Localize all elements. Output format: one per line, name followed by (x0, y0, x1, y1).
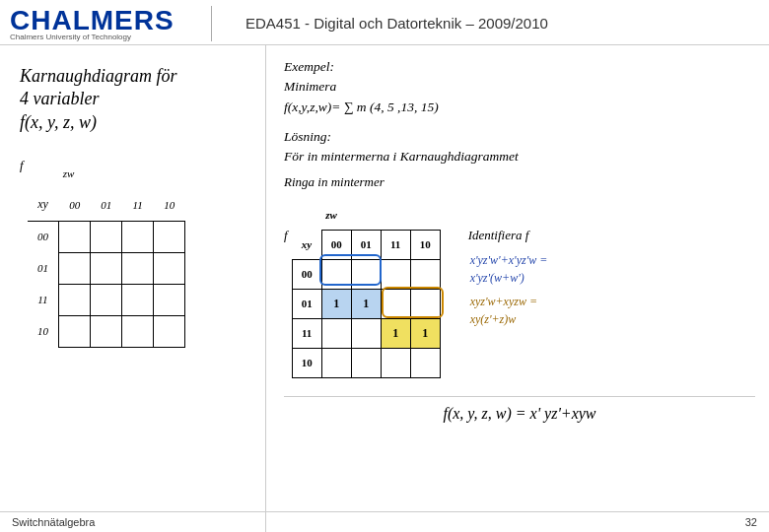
row-header-10: 10 (292, 348, 321, 377)
right-kmap-area: f zw xy (284, 200, 755, 382)
row-header-00: 00 (292, 259, 321, 289)
left-kmap-f-label: f (20, 158, 24, 173)
identifiera-label: Identifiera f (468, 228, 548, 243)
right-kmap-outer: f zw xy (284, 200, 441, 382)
main-content: Karnaughdiagram för 4 variabler f(x, y, … (0, 45, 769, 532)
table-row (154, 315, 185, 347)
header: CHALMERS Chalmers University of Technolo… (0, 0, 769, 45)
right-kmap-xy-label-cell: xy (292, 230, 321, 259)
table-row (351, 318, 381, 348)
right-kmap-table-wrap: zw xy 00 01 11 10 (292, 200, 441, 382)
col-header-10: 10 (410, 230, 440, 259)
left-kmap: f zw xy 00 (20, 158, 255, 348)
right-zw-label: zw (321, 200, 440, 230)
table-row (91, 221, 122, 252)
right-xy-label (292, 200, 321, 230)
table-row: 01 (28, 252, 185, 284)
kmap-col-header-row: xy 00 01 11 10 (28, 189, 185, 221)
table-row (91, 284, 122, 315)
table-row (122, 221, 154, 252)
cell-01-01: 1 (351, 289, 381, 318)
table-row: 01 1 1 (292, 289, 440, 318)
right-kmap-col-headers: xy 00 01 11 10 (292, 230, 440, 259)
left-kmap-table-block: zw xy 00 01 11 10 (28, 158, 186, 348)
table-row (351, 348, 381, 377)
solution-block: Lösning: För in mintermerna i Karnaughdi… (284, 127, 755, 167)
table-row (59, 221, 91, 252)
col-header-11: 11 (381, 230, 410, 259)
table-row: 11 (28, 284, 185, 315)
table-row: 10 (28, 315, 185, 347)
right-panel: Exempel: Minimera f(x,y,z,w)= ∑ m (4, 5 … (266, 45, 769, 532)
zw-label: zw (59, 158, 185, 189)
table-row (122, 315, 154, 347)
ringa-text: Ringa in mintermer (284, 174, 755, 190)
table-row (321, 318, 351, 348)
table-row (410, 348, 440, 377)
table-row (381, 348, 410, 377)
footer: Switchnätalgebra 32 (0, 511, 769, 532)
table-row (122, 252, 154, 284)
table-row (410, 259, 440, 289)
kmap-outer-left: f zw xy 00 (20, 158, 255, 348)
right-kmap-header-row1: zw (292, 200, 440, 230)
identifiera-block: Identifiera f x'yz'w'+x'yz'w = x'yz'(w+w… (462, 228, 548, 328)
right-labels-block: x'yz'w'+x'yz'w = x'yz'(w+w') xyz'w+xyzw … (470, 251, 548, 328)
table-row (59, 284, 91, 315)
header-title: EDA451 - Digital och Datorteknik – 2009/… (245, 15, 548, 32)
right-kmap-block: f zw xy (284, 200, 441, 382)
right-kmap-table: zw xy 00 01 11 10 (292, 200, 441, 378)
cell-11-11: 1 (381, 318, 410, 348)
karnaugh-title: Karnaughdiagram för 4 variabler f(x, y, … (20, 65, 255, 134)
table-row (154, 284, 185, 315)
table-row (381, 289, 410, 318)
footer-right: 32 (745, 516, 757, 528)
chalmers-subtitle: Chalmers University of Technology (10, 33, 197, 41)
table-row: 10 (292, 348, 440, 377)
table-row: 00 (28, 221, 185, 252)
kmap-wrapper: zw xy 00 01 11 10 (292, 200, 441, 378)
table-row (351, 259, 381, 289)
table-row (321, 259, 351, 289)
example-block: Exempel: Minimera f(x,y,z,w)= ∑ m (4, 5 … (284, 57, 755, 117)
col-header-01: 01 (351, 230, 381, 259)
left-panel: Karnaughdiagram för 4 variabler f(x, y, … (0, 45, 266, 532)
table-row (59, 252, 91, 284)
cell-11-10: 1 (410, 318, 440, 348)
blue-label-line1: x'yz'w'+x'yz'w = (470, 251, 548, 269)
table-row: 00 (292, 259, 440, 289)
row-header-11: 11 (292, 318, 321, 348)
table-row (154, 252, 185, 284)
final-answer: f(x, y, z, w) = x' yz'+xyw (284, 396, 755, 423)
blue-label-line2: x'yz'(w+w') (470, 269, 548, 287)
table-row (59, 315, 91, 347)
row-header-01: 01 (292, 289, 321, 318)
table-row (321, 348, 351, 377)
col-header-00: 00 (321, 230, 351, 259)
table-row: 11 1 1 (292, 318, 440, 348)
table-row (91, 315, 122, 347)
xy-label-cell: xy (28, 189, 59, 221)
cell-01-00: 1 (321, 289, 351, 318)
table-row (154, 221, 185, 252)
header-divider (211, 6, 212, 41)
kmap-header-row: zw (28, 158, 185, 189)
table-row (91, 252, 122, 284)
table-row (122, 284, 154, 315)
table-row (381, 259, 410, 289)
yellow-label-line2: xy(z'+z)w (470, 310, 548, 328)
table-row (410, 289, 440, 318)
footer-left: Switchnätalgebra (12, 516, 95, 528)
left-kmap-table: zw xy 00 01 11 10 (28, 158, 186, 348)
right-kmap-f-label: f (284, 228, 288, 243)
yellow-label-line1: xyz'w+xyzw = (470, 293, 548, 310)
